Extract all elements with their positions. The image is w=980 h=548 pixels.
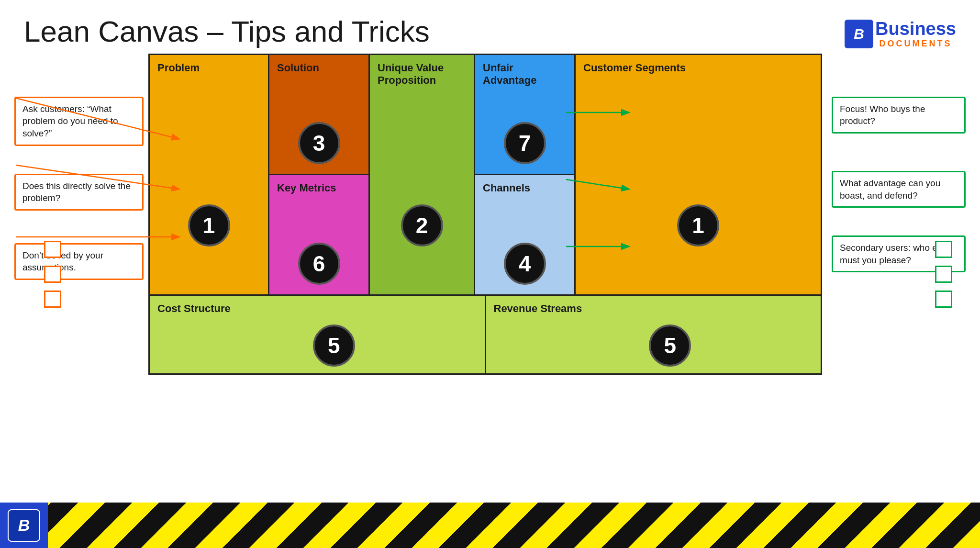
lean-canvas: Problem 1 Solution 3 Key Metrics <box>148 54 822 375</box>
cost-structure-title: Cost Structure <box>157 302 231 314</box>
unfair-number: 7 <box>504 122 546 164</box>
unfair-column: Unfair Advantage 7 Channels 4 <box>475 55 576 294</box>
solution-title: Solution <box>277 62 319 74</box>
revenue-streams-number: 5 <box>649 324 691 367</box>
logo: B Business DOCUMENTS <box>845 19 956 49</box>
customer-segments-title: Customer Segments <box>583 62 686 74</box>
cost-structure-cell: Cost Structure 5 <box>150 296 486 373</box>
revenue-streams-cell: Revenue Streams 5 <box>486 296 821 373</box>
bottom-row: Cost Structure 5 Revenue Streams 5 <box>150 294 821 373</box>
left-annotation-1: Ask customers: “What problem do you need… <box>14 97 144 146</box>
customer-segments-cell: Customer Segments 1 <box>576 55 821 294</box>
checkbox-2[interactable] <box>44 266 61 283</box>
left-checkboxes <box>44 241 61 308</box>
key-metrics-cell: Key Metrics 6 <box>269 175 368 294</box>
checkbox-3[interactable] <box>44 291 61 308</box>
right-annotation-2: What advantage can you boast, and defend… <box>832 171 966 208</box>
checkbox-6[interactable] <box>935 291 952 308</box>
right-annotation-1: Focus! Who buys the product? <box>832 97 966 134</box>
problem-title: Problem <box>157 62 200 74</box>
bottom-logo-container: B <box>0 503 48 548</box>
uvp-title: Unique Value Proposition <box>378 62 444 86</box>
left-annotation-3: Don’t be led by your assumptions. <box>14 243 144 280</box>
checkbox-1[interactable] <box>44 241 61 258</box>
key-metrics-title: Key Metrics <box>277 182 336 194</box>
revenue-streams-title: Revenue Streams <box>494 302 582 314</box>
customer-segments-number: 1 <box>677 204 719 246</box>
problem-cell: Problem 1 <box>150 55 269 294</box>
channels-title: Channels <box>483 182 530 194</box>
left-annotations: Ask customers: “What problem do you need… <box>14 54 148 280</box>
logo-documents: DOCUMENTS <box>875 39 956 49</box>
left-annotation-2: Does this directly solve the problem? <box>14 174 144 211</box>
logo-text: Business DOCUMENTS <box>875 19 956 49</box>
unfair-title: Unfair Advantage <box>483 62 536 86</box>
checkbox-5[interactable] <box>935 266 952 283</box>
page-title: Lean Canvas – Tips and Tricks <box>24 14 430 48</box>
bottom-bar: B <box>0 503 980 548</box>
channels-number: 4 <box>504 243 546 285</box>
uvp-number: 2 <box>401 204 443 246</box>
channels-cell: Channels 4 <box>475 175 574 294</box>
logo-icon: B <box>845 20 873 48</box>
right-annotations: Focus! Who buys the product? What advant… <box>822 54 966 273</box>
checkbox-4[interactable] <box>935 241 952 258</box>
hazard-stripes <box>48 503 980 548</box>
logo-business: Business <box>875 19 956 39</box>
right-checkboxes <box>935 241 952 308</box>
key-metrics-number: 6 <box>298 243 340 285</box>
solution-number: 3 <box>298 122 340 164</box>
cost-structure-number: 5 <box>313 324 355 367</box>
solution-column: Solution 3 Key Metrics 6 <box>269 55 370 294</box>
unfair-cell: Unfair Advantage 7 <box>475 55 574 176</box>
solution-cell: Solution 3 <box>269 55 368 176</box>
bottom-logo-icon: B <box>8 509 40 542</box>
header: Lean Canvas – Tips and Tricks B Business… <box>0 0 980 54</box>
problem-number: 1 <box>188 204 230 246</box>
uvp-cell: Unique Value Proposition 2 <box>370 55 475 294</box>
